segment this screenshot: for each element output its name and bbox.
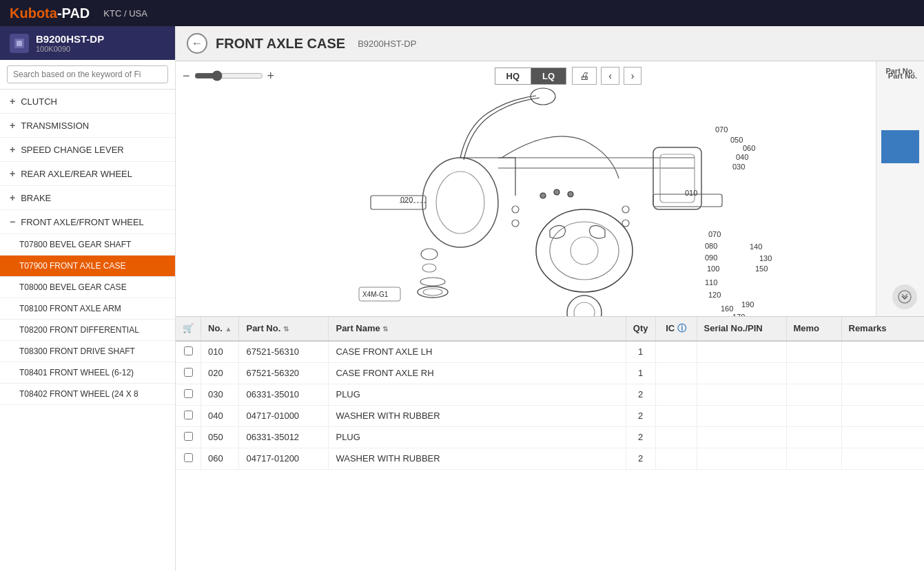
sub-item-T08300[interactable]: T08300 FRONT DRIVE SHAFT	[0, 341, 175, 362]
row-serial	[697, 426, 786, 448]
zoom-in-button[interactable]: +	[267, 69, 275, 83]
ic-info-icon[interactable]: ⓘ	[677, 323, 686, 333]
label-030: 030	[732, 163, 745, 171]
label-010: 010	[685, 189, 697, 197]
row-checkbox[interactable]	[184, 389, 193, 398]
row-memo	[786, 448, 841, 469]
row-memo	[786, 426, 841, 448]
nav-label-clutch: CLUTCH	[21, 96, 57, 107]
table-row: 050 06331-35012 PLUG 2	[176, 426, 924, 448]
col-header-memo: Memo	[786, 317, 841, 341]
row-qty: 2	[626, 405, 655, 426]
row-ic	[655, 448, 697, 469]
label-070: 070	[715, 125, 728, 134]
sidebar-item-rear-axle[interactable]: + REAR AXLE/REAR WHEEL	[0, 162, 175, 186]
nav-label-speed: SPEED CHANGE LEVER	[21, 145, 124, 155]
table-row: 010 67521-56310 CASE FRONT AXLE LH 1	[176, 341, 924, 363]
svg-point-18	[622, 220, 629, 227]
sidebar-item-clutch[interactable]: + CLUTCH	[0, 90, 175, 114]
zoom-out-button[interactable]: −	[183, 69, 190, 83]
row-no: 020	[201, 362, 239, 384]
sidebar-item-brake[interactable]: + BRAKE	[0, 186, 175, 210]
row-partno: 04717-01000	[239, 405, 329, 426]
sub-item-T08200[interactable]: T08200 FRONT DIFFERENTIAL	[0, 320, 175, 341]
row-partno: 67521-56320	[239, 362, 329, 384]
part-no-panel-label: Part No.	[862, 72, 917, 80]
model-icon	[10, 34, 29, 53]
page-title-bar: ← FRONT AXLE CASE B9200HST-DP	[176, 26, 924, 61]
back-button[interactable]: ←	[187, 33, 207, 54]
col-header-cart: 🛒	[176, 317, 201, 341]
sidebar-code: 100K0090	[36, 45, 104, 53]
row-partname: PLUG	[329, 384, 626, 405]
label-130: 130	[759, 254, 772, 262]
row-serial	[697, 405, 786, 426]
back-icon: ←	[192, 37, 203, 50]
lq-button[interactable]: LQ	[531, 68, 566, 85]
content-area: ← FRONT AXLE CASE B9200HST-DP − + HQ LQ	[176, 26, 924, 571]
part-diagram: 070 050 060 040 030 020 070 080 090 100 …	[309, 61, 791, 317]
sub-item-T07900[interactable]: T07900 FRONT AXLE CASE	[0, 256, 175, 277]
row-checkbox[interactable]	[184, 432, 193, 441]
label-190: 190	[741, 300, 754, 309]
row-partno: 06331-35010	[239, 384, 329, 405]
row-checkbox[interactable]	[184, 453, 193, 462]
sidebar-nav: + CLUTCH + TRANSMISSION + SPEED CHANGE L…	[0, 90, 175, 571]
row-checkbox-cell	[176, 448, 201, 469]
hq-button[interactable]: HQ	[495, 68, 531, 85]
sidebar-item-front-axle[interactable]: − FRONT AXLE/FRONT WHEEL	[0, 210, 175, 234]
viewer-right-controls: 🖨 ‹ ›	[572, 67, 641, 85]
plus-icon: +	[10, 168, 15, 179]
sub-item-T08100[interactable]: T08100 FRONT AXLE ARM	[0, 298, 175, 320]
nav-label-brake: BRAKE	[21, 193, 51, 203]
sidebar-item-transmission[interactable]: + TRANSMISSION	[0, 114, 175, 138]
print-button[interactable]: 🖨	[572, 67, 597, 85]
sub-item-T08000[interactable]: T08000 BEVEL GEAR CASE	[0, 277, 175, 298]
logo-kubota: Kubota	[10, 6, 57, 21]
cart-icon: 🛒	[183, 323, 194, 333]
page-title: FRONT AXLE CASE	[216, 36, 345, 52]
sort-arrow-partno: ⇅	[283, 325, 289, 333]
viewer-toolbar: − + HQ LQ 🖨 ‹ › Part No.	[176, 67, 924, 85]
row-partname: WASHER WITH RUBBER	[329, 405, 626, 426]
next-button[interactable]: ›	[624, 67, 642, 85]
col-header-partno[interactable]: Part No. ⇅	[239, 317, 329, 341]
svg-point-23	[422, 264, 436, 272]
label-110: 110	[705, 278, 717, 287]
sub-item-T08401[interactable]: T08401 FRONT WHEEL (6-12)	[0, 362, 175, 384]
row-checkbox-cell	[176, 341, 201, 363]
col-header-no[interactable]: No. ▲	[201, 317, 239, 341]
row-remarks	[841, 448, 924, 469]
sub-item-T07800[interactable]: T07800 BEVEL GEAR SHAFT	[0, 234, 175, 256]
row-serial	[697, 384, 786, 405]
svg-text:X4M-G1: X4M-G1	[362, 291, 389, 298]
search-input[interactable]	[7, 65, 168, 83]
label-100: 100	[707, 264, 719, 273]
sidebar-top: B9200HST-DP 100K0090	[0, 26, 175, 60]
nav-label-rear-axle: REAR AXLE/REAR WHEEL	[21, 169, 132, 179]
prev-button[interactable]: ‹	[601, 67, 619, 85]
row-checkbox-cell	[176, 426, 201, 448]
svg-point-22	[421, 249, 438, 260]
row-checkbox[interactable]	[184, 411, 193, 419]
zoom-slider[interactable]	[194, 70, 263, 81]
sidebar-item-speed-change-lever[interactable]: + SPEED CHANGE LEVER	[0, 138, 175, 162]
col-header-qty: Qty	[626, 317, 655, 341]
row-checkbox[interactable]	[184, 368, 193, 377]
row-partname: WASHER WITH RUBBER	[329, 448, 626, 469]
model-info: B9200HST-DP 100K0090	[36, 33, 104, 53]
col-header-partname[interactable]: Part Name ⇅	[329, 317, 626, 341]
col-header-remarks: Remarks	[841, 317, 924, 341]
row-checkbox[interactable]	[184, 346, 193, 355]
row-serial	[697, 448, 786, 469]
row-serial	[697, 362, 786, 384]
zoom-controls: − +	[183, 69, 274, 83]
row-no: 050	[201, 426, 239, 448]
breadcrumb: KTC / USA	[103, 8, 147, 19]
scroll-icon	[898, 290, 912, 304]
part-no-blue-indicator	[881, 130, 919, 163]
scroll-hint[interactable]	[892, 284, 917, 309]
svg-point-12	[540, 193, 546, 198]
sub-item-T08402[interactable]: T08402 FRONT WHEEL (24 X 8	[0, 384, 175, 405]
row-qty: 2	[626, 448, 655, 469]
